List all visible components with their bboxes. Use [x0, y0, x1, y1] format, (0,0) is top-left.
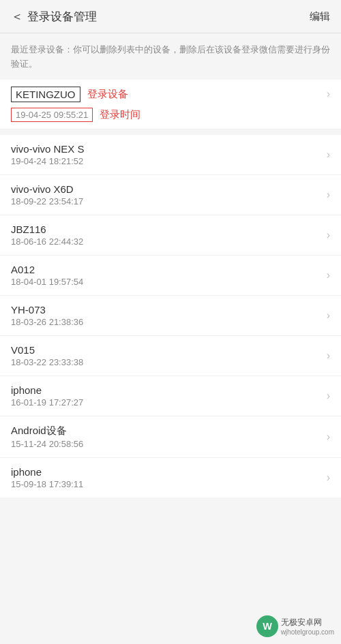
- device-list-item[interactable]: iphone15-09-18 17:39:11›: [0, 458, 341, 497]
- device-info: vivo-vivo NEX S19-04-24 18:21:52: [11, 143, 327, 166]
- current-device-time-label: 登录时间: [100, 108, 140, 121]
- device-list-item[interactable]: A01218-04-01 19:57:54›: [0, 256, 341, 296]
- device-chevron-icon: ›: [327, 309, 330, 322]
- watermark-text: 无极安卓网 wjhotelgroup.com: [281, 617, 334, 636]
- device-name: vivo-vivo X6D: [11, 183, 327, 195]
- device-time: 18-04-01 19:57:54: [11, 277, 327, 287]
- current-device-time-wrap: 19-04-25 09:55:21 登录时间: [11, 108, 330, 122]
- device-chevron-icon: ›: [327, 431, 330, 443]
- current-device-chevron: ›: [327, 88, 330, 100]
- current-device-block: KETINGZUO 登录设备 › 19-04-25 09:55:21 登录时间: [0, 80, 341, 129]
- device-info: JBZ11618-06-16 22:44:32: [11, 224, 327, 247]
- device-chevron-icon: ›: [327, 269, 330, 281]
- device-chevron-icon: ›: [327, 472, 330, 484]
- device-info: iphone15-09-18 17:39:11: [11, 466, 327, 489]
- device-name: V015: [11, 344, 327, 356]
- svg-text:W: W: [263, 621, 272, 632]
- header-left: ＜ 登录设备管理: [11, 8, 97, 25]
- device-info: YH-07318-03-26 21:38:36: [11, 304, 327, 327]
- device-name: YH-073: [11, 304, 327, 316]
- device-name: iphone: [11, 384, 327, 396]
- device-name: vivo-vivo NEX S: [11, 143, 327, 155]
- device-time: 19-04-24 18:21:52: [11, 156, 327, 166]
- device-chevron-icon: ›: [327, 229, 330, 241]
- device-time: 15-11-24 20:58:56: [11, 439, 327, 449]
- device-list-item[interactable]: YH-07318-03-26 21:38:36›: [0, 296, 341, 336]
- current-device-name-label: 登录设备: [87, 88, 128, 101]
- device-chevron-icon: ›: [327, 390, 330, 402]
- current-device-name-row[interactable]: KETINGZUO 登录设备 ›: [0, 80, 341, 105]
- device-chevron-icon: ›: [327, 149, 330, 161]
- back-button[interactable]: ＜: [11, 8, 23, 25]
- device-info: V01518-03-22 23:33:38: [11, 344, 327, 367]
- header: ＜ 登录设备管理 编辑: [0, 0, 341, 33]
- device-time: 18-09-22 23:54:17: [11, 196, 327, 206]
- device-list-item[interactable]: JBZ11618-06-16 22:44:32›: [0, 215, 341, 256]
- current-device-time-row[interactable]: 19-04-25 09:55:21 登录时间: [0, 105, 341, 129]
- device-time: 18-03-26 21:38:36: [11, 317, 327, 327]
- device-list-item[interactable]: Android设备15-11-24 20:58:56›: [0, 416, 341, 458]
- device-name: JBZ116: [11, 224, 327, 235]
- device-name: Android设备: [11, 425, 327, 438]
- device-time: 18-03-22 23:33:38: [11, 357, 327, 367]
- page-title: 登录设备管理: [27, 9, 97, 25]
- description-text: 最近登录设备：你可以删除列表中的设备，删除后在该设备登录微信需要进行身份验证。: [0, 33, 341, 80]
- device-time: 18-06-16 22:44:32: [11, 236, 327, 247]
- device-info: Android设备15-11-24 20:58:56: [11, 425, 327, 449]
- device-info: A01218-04-01 19:57:54: [11, 264, 327, 287]
- device-list-item[interactable]: vivo-vivo NEX S19-04-24 18:21:52›: [0, 135, 341, 175]
- device-info: iphone16-01-19 17:27:27: [11, 384, 327, 408]
- watermark-logo-icon: W: [256, 615, 278, 637]
- device-list: vivo-vivo NEX S19-04-24 18:21:52›vivo-vi…: [0, 135, 341, 497]
- current-device-name-wrap: KETINGZUO 登录设备: [11, 87, 327, 102]
- current-device-name-box: KETINGZUO: [11, 87, 80, 102]
- device-list-item[interactable]: iphone16-01-19 17:27:27›: [0, 376, 341, 416]
- device-time: 15-09-18 17:39:11: [11, 479, 327, 489]
- current-device-time-box: 19-04-25 09:55:21: [11, 108, 93, 122]
- device-chevron-icon: ›: [327, 189, 330, 201]
- watermark: W 无极安卓网 wjhotelgroup.com: [256, 615, 334, 637]
- device-time: 16-01-19 17:27:27: [11, 397, 327, 408]
- device-name: A012: [11, 264, 327, 275]
- device-info: vivo-vivo X6D18-09-22 23:54:17: [11, 183, 327, 206]
- device-list-item[interactable]: vivo-vivo X6D18-09-22 23:54:17›: [0, 175, 341, 215]
- edit-button[interactable]: 编辑: [310, 10, 330, 23]
- device-name: iphone: [11, 466, 327, 478]
- device-chevron-icon: ›: [327, 350, 330, 362]
- device-list-item[interactable]: V01518-03-22 23:33:38›: [0, 336, 341, 376]
